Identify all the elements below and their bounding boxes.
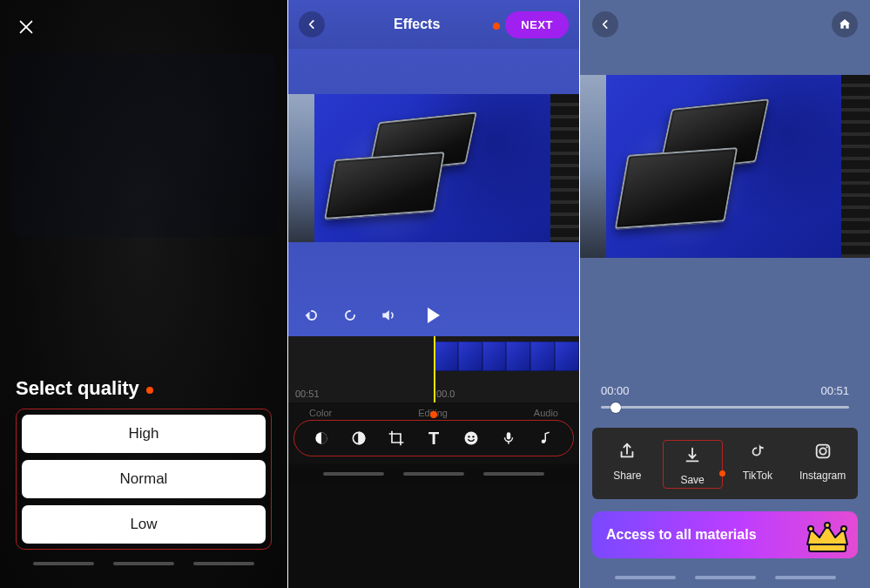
quality-title: Select quality [16, 377, 139, 400]
progress-time-end: 00:51 [820, 384, 849, 397]
svg-rect-10 [809, 544, 846, 551]
mic-icon[interactable] [498, 428, 519, 449]
photo-phone-front [324, 152, 445, 220]
next-button[interactable]: NEXT [505, 11, 569, 38]
music-icon[interactable] [536, 428, 556, 449]
promo-label: Access to all materials [606, 527, 757, 543]
instagram-label: Instagram [799, 470, 846, 482]
tiktok-icon [746, 440, 769, 463]
save-button[interactable]: Save [663, 440, 723, 489]
back-button[interactable] [592, 11, 618, 37]
svg-point-2 [464, 432, 477, 445]
back-button[interactable] [299, 11, 325, 37]
video-frame [288, 94, 579, 242]
redo-icon[interactable] [339, 304, 361, 327]
quality-option-high[interactable]: High [22, 415, 266, 453]
close-icon[interactable] [14, 15, 38, 39]
share-actions: Share Save TikTok Instagram [592, 428, 858, 499]
volume-icon[interactable] [377, 304, 400, 327]
crop-icon[interactable] [386, 428, 407, 449]
video-preview [580, 49, 870, 291]
playback-controls [288, 294, 579, 336]
attention-dot-icon [430, 411, 437, 418]
quality-options-group: High Normal Low [16, 409, 272, 550]
progress-track[interactable] [601, 406, 849, 409]
pane-effects-editor: Effects NEXT [287, 0, 579, 588]
download-icon [681, 444, 704, 467]
play-button[interactable] [415, 308, 452, 323]
contrast-icon[interactable] [348, 428, 369, 449]
tool-group-color: Color [309, 408, 332, 418]
crown-icon [804, 518, 851, 558]
svg-point-12 [825, 523, 830, 528]
tool-strip: Color Editing Audio T [288, 402, 579, 463]
attention-dot-icon [493, 23, 500, 30]
share-icon [616, 440, 638, 463]
progress-bar[interactable]: 00:00 00:51 [580, 377, 870, 421]
android-nav-indicator [580, 574, 870, 588]
pane2-topbar: Effects NEXT [288, 0, 579, 49]
share-label: Share [613, 470, 641, 482]
progress-time-start: 00:00 [601, 384, 630, 397]
timeline-thumbnails [434, 341, 579, 371]
quality-option-normal[interactable]: Normal [22, 460, 266, 498]
svg-point-11 [808, 526, 813, 531]
attention-dot-icon [719, 470, 725, 476]
video-canvas-area [288, 49, 579, 336]
svg-point-4 [472, 436, 474, 437]
tool-oval: T [293, 420, 574, 456]
instagram-button[interactable]: Instagram [792, 440, 853, 489]
save-label: Save [680, 474, 704, 486]
play-icon [428, 308, 440, 323]
timeline-time-left: 00:51 [295, 389, 320, 399]
pane1-preview-dimmed [12, 54, 275, 237]
svg-point-8 [819, 448, 826, 454]
pane1-topbar [0, 0, 287, 54]
svg-rect-5 [506, 432, 510, 439]
quality-option-low[interactable]: Low [22, 505, 266, 544]
timeline[interactable]: 00:51 00.0 [288, 336, 579, 402]
pane-select-quality: Select quality High Normal Low [0, 0, 287, 588]
pane-save-share: 00:00 00:51 Share Save [579, 0, 870, 588]
photo-phone-front [614, 147, 737, 229]
text-icon[interactable]: T [423, 428, 444, 449]
saturation-icon[interactable] [311, 428, 332, 449]
android-nav-indicator [16, 557, 272, 571]
tool-group-audio: Audio [534, 408, 558, 418]
tiktok-button[interactable]: TikTok [728, 440, 788, 489]
timeline-time-center: 00.0 [436, 389, 455, 399]
pane3-topbar [580, 0, 870, 49]
quality-sheet: Select quality High Normal Low [0, 377, 287, 588]
home-button[interactable] [832, 11, 858, 37]
emoji-icon[interactable] [461, 428, 482, 449]
undo-icon[interactable] [300, 304, 323, 327]
promo-banner[interactable]: Access to all materials [592, 511, 858, 558]
share-button[interactable]: Share [597, 440, 658, 489]
svg-point-3 [468, 436, 469, 437]
attention-dot-icon [146, 387, 153, 394]
page-title: Effects [347, 17, 486, 32]
tiktok-label: TikTok [743, 470, 772, 482]
progress-knob[interactable] [610, 402, 621, 413]
android-nav-indicator [288, 470, 579, 484]
svg-point-9 [826, 446, 827, 448]
svg-point-13 [841, 526, 846, 531]
instagram-icon [812, 440, 834, 463]
